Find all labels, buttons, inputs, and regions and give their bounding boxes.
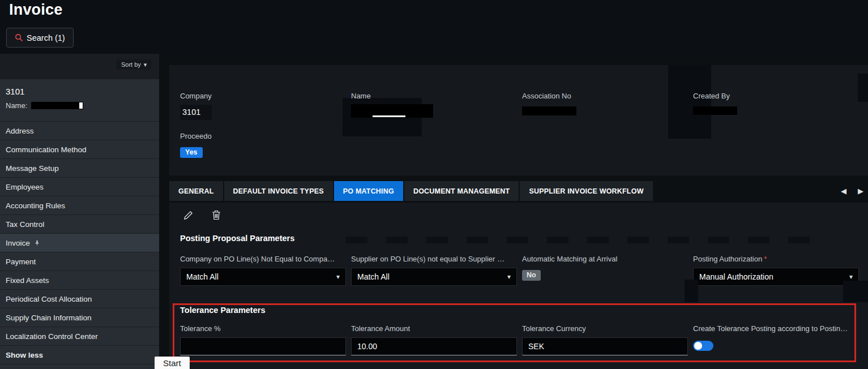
main-area: Company 3101 Name Association No Created… [159, 54, 868, 369]
app-header: Invoice Search (1) [0, 0, 868, 54]
redacted-row [346, 237, 810, 243]
tolerance-posting-label: Create Tolerance Posting according to Po… [693, 324, 859, 336]
delete-button[interactable] [210, 210, 223, 222]
company-po-match-label: Company on PO Line(s) Not Equal to Compa… [180, 255, 346, 266]
search-icon [15, 33, 23, 42]
sidebar: Sort by ▾ 3101 Name: Address Communicati… [0, 54, 159, 369]
sort-by-label: Sort by [121, 61, 141, 68]
chevron-down-icon: ▾ [507, 273, 511, 281]
sidebar-item-employees[interactable]: Employees [0, 178, 159, 196]
sidebar-item-invoice[interactable]: Invoice [0, 234, 159, 252]
record-header[interactable]: 3101 Name: [0, 79, 159, 122]
field-tolerance-posting: Create Tolerance Posting according to Po… [693, 324, 859, 355]
redacted-created-by-value [693, 106, 737, 115]
chevron-down-icon: ▾ [336, 273, 340, 281]
posting-authorization-label: Posting Authorization* [693, 255, 859, 266]
sidebar-item-accounting-rules[interactable]: Accounting Rules [0, 196, 159, 215]
tolerance-section-title: Tolerance Parameters [180, 306, 265, 315]
required-asterisk: * [764, 255, 767, 263]
automatic-matching-badge: No [522, 270, 541, 281]
tolerance-percent-input[interactable] [180, 337, 346, 355]
name-label: Name [351, 92, 522, 103]
field-name: Name [351, 92, 522, 120]
posting-section-title: Posting Proposal Parameters [180, 234, 294, 243]
chevron-down-icon: ▾ [849, 273, 853, 281]
start-button[interactable]: Start [155, 357, 190, 369]
search-button-label: Search (1) [27, 33, 65, 42]
sidebar-item-payment[interactable]: Payment [0, 252, 159, 271]
field-association-no: Association No [522, 92, 693, 120]
field-company: Company 3101 [180, 92, 351, 120]
trash-icon [212, 210, 221, 222]
pin-icon [34, 240, 40, 246]
record-id: 3101 [0, 79, 159, 96]
redacted-block [685, 280, 698, 302]
posting-authorization-select[interactable]: Manual Authorization ▾ [693, 268, 859, 286]
chevron-down-icon: ▾ [144, 61, 147, 68]
proceedo-badge: Yes [180, 147, 203, 158]
tab-default-invoice-types[interactable]: DEFAULT INVOICE TYPES [224, 181, 334, 201]
po-matching-panel: Posting Proposal Parameters Company on P… [169, 203, 868, 369]
tolerance-percent-label: Tolerance % [180, 324, 346, 336]
tab-scroll-left-icon[interactable]: ◀ [841, 187, 846, 195]
sidebar-item-address[interactable]: Address [0, 122, 159, 140]
field-tolerance-amount: Tolerance Amount [351, 324, 517, 355]
toggle-knob [694, 342, 702, 350]
tab-document-management[interactable]: DOCUMENT MANAGEMENT [404, 181, 520, 201]
tolerance-posting-toggle[interactable] [693, 341, 713, 351]
sidebar-item-supply-chain-information[interactable]: Supply Chain Information [0, 308, 159, 327]
tab-po-matching[interactable]: PO MATCHING [334, 181, 404, 201]
tab-scroll-controls: ◀ ▶ [841, 182, 863, 200]
tab-scroll-right-icon[interactable]: ▶ [858, 187, 863, 195]
sidebar-item-localization-control-center[interactable]: Localization Control Center [0, 327, 159, 346]
supplier-po-match-select[interactable]: Match All ▾ [351, 268, 517, 286]
tab-supplier-invoice-workflow[interactable]: SUPPLIER INVOICE WORKFLOW [520, 181, 653, 201]
field-tolerance-percent: Tolerance % [180, 324, 346, 355]
field-proceedo: Proceedo Yes [180, 132, 212, 158]
company-value: 3101 [180, 105, 212, 120]
summary-card: Company 3101 Name Association No Created… [169, 65, 868, 175]
proceedo-label: Proceedo [180, 132, 212, 143]
supplier-po-match-label: Supplier on PO Line(s) not equal to Supp… [351, 255, 517, 266]
sort-by-button[interactable]: Sort by ▾ [117, 59, 151, 70]
redacted-name-value [351, 104, 433, 118]
field-posting-authorization: Posting Authorization* Manual Authorizat… [693, 255, 859, 286]
field-tolerance-currency: Tolerance Currency [522, 324, 688, 355]
pencil-icon [183, 211, 193, 222]
page-title: Invoice [9, 1, 62, 19]
sidebar-item-communication-method[interactable]: Communication Method [0, 140, 159, 159]
edit-button[interactable] [182, 210, 194, 222]
automatic-matching-label: Automatic Matching at Arrival [522, 255, 688, 266]
sidebar-item-fixed-assets[interactable]: Fixed Assets [0, 271, 159, 290]
redacted-block [843, 281, 868, 302]
sidebar-item-message-setup[interactable]: Message Setup [0, 159, 159, 178]
sidebar-item-periodical-cost-allocation[interactable]: Periodical Cost Allocation [0, 290, 159, 308]
tab-bar: GENERAL DEFAULT INVOICE TYPES PO MATCHIN… [169, 181, 868, 201]
field-automatic-matching: Automatic Matching at Arrival No [522, 255, 688, 286]
field-company-po-match: Company on PO Line(s) Not Equal to Compa… [180, 255, 346, 286]
field-created-by: Created By [693, 92, 864, 120]
sidebar-nav: Address Communication Method Message Set… [0, 122, 159, 364]
redacted-association-value [522, 106, 576, 115]
tolerance-amount-input[interactable] [351, 337, 517, 355]
company-po-match-select[interactable]: Match All ▾ [180, 268, 346, 286]
tab-general[interactable]: GENERAL [169, 181, 224, 201]
tolerance-amount-label: Tolerance Amount [351, 324, 517, 336]
search-button[interactable]: Search (1) [6, 28, 74, 48]
tolerance-currency-input[interactable] [522, 337, 688, 355]
show-less-button[interactable]: Show less [0, 346, 159, 364]
created-by-label: Created By [693, 92, 864, 103]
redacted-record-name [31, 102, 83, 109]
sidebar-item-tax-control[interactable]: Tax Control [0, 215, 159, 234]
tolerance-currency-label: Tolerance Currency [522, 324, 688, 336]
field-supplier-po-match: Supplier on PO Line(s) not equal to Supp… [351, 255, 517, 286]
association-no-label: Association No [522, 92, 693, 103]
record-name-label: Name: [6, 101, 27, 110]
toolbar [182, 210, 223, 222]
company-label: Company [180, 92, 351, 103]
